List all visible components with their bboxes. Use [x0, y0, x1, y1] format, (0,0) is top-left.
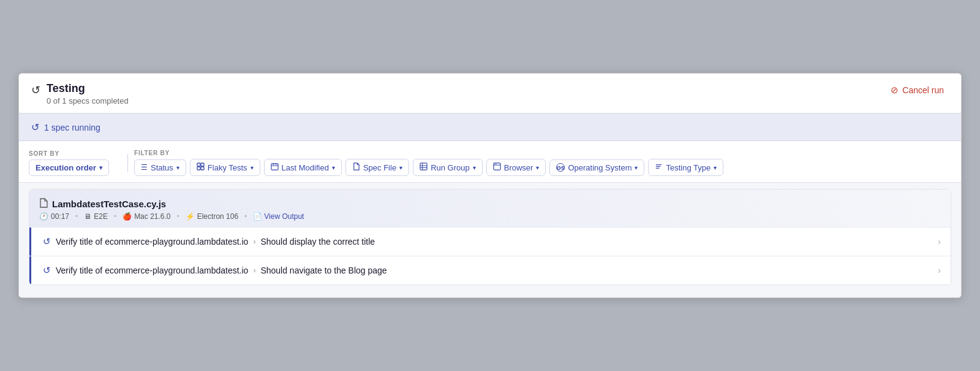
view-output-label: View Output	[264, 212, 304, 221]
test-arrow: ›	[253, 237, 255, 246]
last-modified-chevron: ▾	[332, 164, 335, 171]
main-window: ↺ Testing 0 of 1 specs completed ⊘ Cance…	[18, 73, 962, 298]
browser-filter-label: Browser	[504, 163, 533, 172]
svg-rect-3	[201, 167, 204, 170]
specs-progress: 0 of 1 specs completed	[47, 96, 129, 105]
spec-time-value: 00:17	[51, 212, 69, 221]
svg-rect-7	[420, 163, 427, 170]
status-filter-icon: ☰	[141, 163, 148, 172]
spec-browser: ⚡ Electron 106	[186, 212, 238, 221]
flaky-tests-filter-button[interactable]: Flaky Tests ▾	[190, 159, 260, 176]
test-row[interactable]: ↺ Verify title of ecommerce-playground.l…	[29, 228, 951, 256]
spec-file-filter-button[interactable]: Spec File ▾	[345, 159, 409, 176]
main-content: LambdatestTestCase.cy.js 🕐 00:17 • 🖥 E2E…	[19, 183, 961, 297]
filter-buttons-container: ☰ Status ▾ Flaky Tests ▾	[134, 159, 723, 176]
svg-rect-1	[201, 163, 204, 166]
spec-file-filter-icon	[352, 163, 360, 172]
spec-type-value: E2E	[94, 212, 108, 221]
header: ↺ Testing 0 of 1 specs completed ⊘ Cance…	[19, 74, 961, 114]
row-chevron-right-2: ›	[938, 266, 941, 275]
running-spinner-icon: ↺	[31, 121, 39, 133]
execution-order-sort-button[interactable]: Execution order ▾	[29, 159, 109, 176]
sort-by-label: SORT BY	[29, 150, 109, 157]
browser-filter-button[interactable]: Browser ▾	[486, 159, 546, 176]
status-filter-button[interactable]: ☰ Status ▾	[134, 159, 186, 176]
execution-order-chevron: ▾	[99, 164, 102, 171]
test-sub-name: Should display the correct title	[260, 237, 375, 247]
browser-chevron: ▾	[536, 164, 539, 171]
spec-file-filter-label: Spec File	[363, 163, 396, 172]
testing-type-filter-icon	[655, 163, 663, 172]
testing-type-chevron: ▾	[714, 164, 717, 171]
spec-header: LambdatestTestCase.cy.js 🕐 00:17 • 🖥 E2E…	[29, 189, 951, 228]
execution-order-label: Execution order	[36, 163, 96, 172]
flaky-tests-filter-icon	[197, 163, 205, 172]
test-arrow-2: ›	[253, 266, 255, 275]
dot-4: •	[244, 212, 247, 221]
run-group-chevron: ▾	[473, 164, 476, 171]
spec-browser-value: Electron 106	[197, 212, 238, 221]
run-group-filter-button[interactable]: Run Group ▾	[413, 159, 483, 176]
last-modified-filter-icon	[271, 163, 279, 172]
dot-1: •	[75, 212, 78, 221]
spec-os-value: Mac 21.6.0	[134, 212, 170, 221]
filter-bar: SORT BY Execution order ▾ FILTER BY ☰ St…	[19, 141, 961, 183]
test-group-name-2: Verify title of ecommerce-playground.lam…	[56, 266, 248, 275]
test-group-name: Verify title of ecommerce-playground.lam…	[56, 237, 248, 247]
spec-time: 🕐 00:17	[39, 212, 69, 221]
cancel-icon: ⊘	[891, 85, 899, 96]
operating-system-filter-label: Operating System	[568, 163, 631, 172]
header-left: ↺ Testing 0 of 1 specs completed	[31, 82, 129, 105]
page-title: Testing	[47, 82, 129, 95]
view-output-link[interactable]: 📄 View Output	[253, 212, 304, 221]
spec-header-left: LambdatestTestCase.cy.js 🕐 00:17 • 🖥 E2E…	[39, 198, 304, 221]
testing-type-filter-label: Testing Type	[666, 163, 710, 172]
os-chevron: ▾	[635, 164, 638, 171]
left-accent	[29, 228, 31, 256]
os-filter-icon: os	[556, 163, 565, 172]
dot-2: •	[114, 212, 116, 221]
spec-type: 🖥 E2E	[84, 212, 108, 221]
test-row[interactable]: ↺ Verify title of ecommerce-playground.l…	[29, 256, 951, 285]
spec-file-icon	[39, 198, 48, 210]
sort-group: SORT BY Execution order ▾	[29, 150, 109, 176]
spec-filename: LambdatestTestCase.cy.js	[39, 198, 304, 210]
operating-system-filter-button[interactable]: os Operating System ▾	[549, 159, 644, 176]
left-accent	[29, 256, 31, 285]
running-text: 1 spec running	[44, 123, 100, 132]
electron-icon: ⚡	[186, 212, 195, 221]
clock-icon: 🕐	[39, 212, 48, 221]
run-group-filter-label: Run Group	[431, 163, 470, 172]
flaky-tests-filter-label: Flaky Tests	[208, 163, 247, 172]
cancel-run-label: Cancel run	[902, 85, 944, 95]
svg-rect-6	[276, 163, 276, 165]
testing-type-filter-button[interactable]: Testing Type ▾	[648, 159, 723, 176]
status-chevron: ▾	[176, 164, 179, 171]
spec-filename-text: LambdatestTestCase.cy.js	[52, 199, 166, 209]
svg-point-14	[496, 164, 496, 164]
test-running-spinner-icon: ↺	[43, 236, 51, 247]
test-sub-name-2: Should navigate to the Blog page	[260, 266, 386, 275]
svg-rect-0	[197, 163, 200, 166]
filter-group: FILTER BY ☰ Status ▾	[134, 150, 723, 176]
dot-3: •	[177, 212, 179, 221]
flaky-tests-chevron: ▾	[251, 164, 254, 171]
test-name: Verify title of ecommerce-playground.lam…	[56, 237, 375, 247]
svg-point-13	[494, 164, 495, 164]
last-modified-filter-button[interactable]: Last Modified ▾	[264, 159, 342, 176]
apple-icon: 🍎	[123, 212, 132, 221]
spec-os: 🍎 Mac 21.6.0	[123, 212, 170, 221]
spec-file-chevron: ▾	[399, 164, 402, 171]
row-chevron-right: ›	[938, 237, 941, 247]
header-title-block: Testing 0 of 1 specs completed	[47, 82, 129, 105]
test-row-content: ↺ Verify title of ecommerce-playground.l…	[39, 236, 375, 247]
test-row-content: ↺ Verify title of ecommerce-playground.l…	[39, 265, 387, 276]
spec-meta: 🕐 00:17 • 🖥 E2E • 🍎 Mac 21.6.0	[39, 212, 304, 221]
monitor-icon: 🖥	[84, 212, 91, 221]
last-modified-filter-label: Last Modified	[282, 163, 329, 172]
svg-rect-5	[273, 163, 273, 165]
spec-card: LambdatestTestCase.cy.js 🕐 00:17 • 🖥 E2E…	[29, 189, 951, 285]
status-filter-label: Status	[151, 163, 173, 172]
cancel-run-button[interactable]: ⊘ Cancel run	[886, 82, 949, 98]
filter-by-label: FILTER BY	[134, 150, 723, 156]
